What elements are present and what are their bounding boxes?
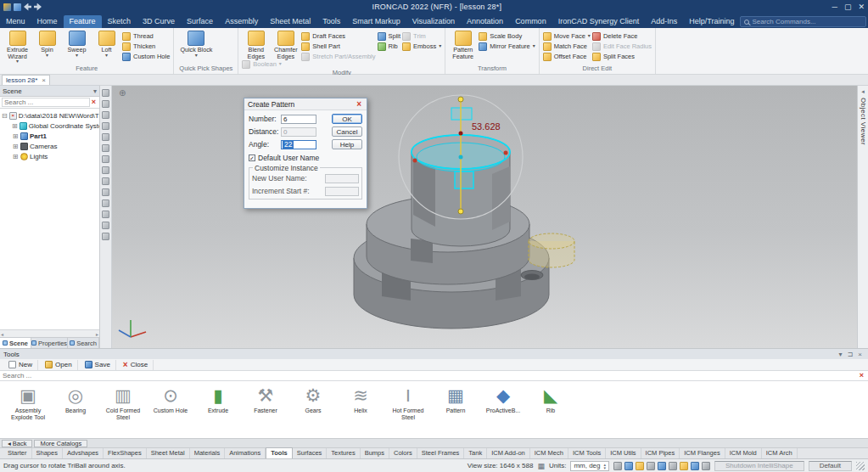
close-icon[interactable]: × [355,100,363,109]
status-icon[interactable] [624,462,633,470]
stretch-part-button[interactable]: Stretch Part/Assembly [301,52,375,61]
catalog-tab[interactable]: ICM Mech [530,448,568,458]
thread-button[interactable]: Thread [122,31,170,41]
catalog-tab[interactable]: ICM Flanges [680,448,725,458]
tree-item-cameras[interactable]: ⊞ Cameras [2,141,99,151]
catalog-item[interactable]: ◣ Rib [528,384,574,414]
catalog-tab[interactable]: Starter [3,448,32,458]
ok-button[interactable]: OK [332,114,362,124]
match-face-button[interactable]: Match Face [543,42,591,51]
expand-icon[interactable]: ⊞ [12,153,19,160]
ribbon-tab[interactable]: Assembly [219,15,264,28]
catalog-search-input[interactable] [3,372,858,379]
mirror-feature-button[interactable]: Mirror Feature ▾ [479,42,535,51]
command-search-input[interactable] [752,18,862,25]
status-icon[interactable] [613,462,622,470]
status-icon[interactable] [702,462,710,470]
tree-item-lights[interactable]: ⊞ Lights [2,151,99,161]
ribbon-tab[interactable]: Feature [64,15,102,28]
catalog-tab[interactable]: Advshapes [63,448,104,458]
ribbon-tab[interactable]: Help/Training [683,15,740,28]
status-icon[interactable] [658,462,666,470]
catalog-item[interactable]: ▦ Pattern [433,384,479,414]
scene-tree-hscrollbar[interactable]: ◂ ▸ [0,329,99,337]
expand-icon[interactable]: ⊞ [12,143,19,150]
catalog-open-button[interactable]: Open [40,360,78,370]
status-icon[interactable] [680,462,688,470]
number-input[interactable] [281,115,316,124]
increment-start-input[interactable] [325,187,359,196]
tree-item-global-coordinate-system[interactable]: ⊞ Global Coordinate System [2,121,99,131]
catalog-tab[interactable]: Tank [464,448,487,458]
redo-icon[interactable] [34,3,42,11]
chevron-down-icon[interactable]: ▾ [93,87,97,95]
quick-block-button[interactable]: Quick Block ▾ [177,29,215,65]
scale-body-button[interactable]: Scale Body [479,31,535,41]
object-viewer-strip[interactable]: ◂ Object Viewer [857,86,868,348]
more-catalogs-button[interactable]: More Catalogs [34,440,87,447]
scene-panel-tab[interactable]: Search [68,338,99,348]
clear-search-icon[interactable]: × [858,372,865,379]
viewport-tool-button[interactable] [102,155,109,163]
viewport-tool-button[interactable] [102,188,109,196]
catalog-item[interactable]: ⚙ Gears [290,384,336,414]
expand-icon[interactable]: ⊞ [12,122,18,130]
delete-face-button[interactable]: Delete Face [592,31,652,41]
viewport-tool-button[interactable] [102,166,109,174]
catalog-tab[interactable]: Materials [190,448,225,458]
close-icon[interactable]: × [855,351,865,358]
edit-face-radius-button[interactable]: Edit Face Radius [592,42,652,51]
status-icon[interactable] [669,462,677,470]
ribbon-tab[interactable]: Add-Ins [645,15,683,28]
ribbon-tab[interactable]: Surface [181,15,219,28]
catalog-item[interactable]: ▥ Cold Formed Steel [100,384,146,421]
collapse-icon[interactable]: ⊟ [2,112,8,120]
help-button[interactable]: Help [332,139,362,149]
units-dropdown[interactable]: mm, deg ▴▾ [570,461,609,471]
catalog-tab[interactable]: FlexShapes [104,448,147,458]
ribbon-tab[interactable]: Visualization [406,15,461,28]
viewport-tool-button[interactable] [102,122,109,130]
close-button[interactable]: ✕ [858,3,865,11]
catalog-tab[interactable]: ICM Tools [568,448,606,458]
expand-icon[interactable]: ⊞ [12,132,19,140]
thicken-button[interactable]: Thicken [122,42,170,51]
sweep-button[interactable]: Sweep ▾ [63,29,91,65]
ribbon-tab[interactable]: Smart Markup [346,15,406,28]
ribbon-tab[interactable]: Home [31,15,64,28]
emboss-button[interactable]: Emboss ▾ [402,42,441,51]
catalog-tab[interactable]: Surfaces [293,448,328,458]
minimize-button[interactable]: ─ [832,3,837,11]
document-tab[interactable]: lesson 28* × [2,75,50,85]
catalog-item[interactable]: ⚒ Fastener [243,384,288,414]
clear-search-icon[interactable]: × [90,98,98,106]
draft-faces-button[interactable]: Draft Faces [301,31,375,41]
viewport-tool-button[interactable] [102,211,109,218]
command-search[interactable] [740,16,866,27]
back-button[interactable]: ◂ Back [2,440,32,447]
grid-icon[interactable]: ▦ [537,462,545,470]
chamfer-edges-button[interactable]: Chamfer Edges [272,29,300,59]
catalog-tab[interactable]: Steel Frames [417,448,465,458]
catalog-item[interactable]: ◆ ProActiveB... [480,384,526,414]
resize-grip[interactable] [856,462,865,470]
dialog-titlebar[interactable]: Create Pattern × [244,98,367,110]
close-icon[interactable]: × [42,76,46,84]
scroll-right-icon[interactable]: ▸ [96,331,98,337]
rib-button[interactable]: Rib [378,42,401,51]
catalog-item[interactable]: ▮ Extrude [195,384,241,414]
scroll-left-icon[interactable]: ◂ [1,331,3,337]
catalog-tab[interactable]: Animations [225,448,266,458]
catalog-tab[interactable]: ICM Pipes [641,448,680,458]
blend-edges-button[interactable]: Blend Edges [242,29,270,59]
viewport-tool-button[interactable] [102,199,109,207]
move-face-button[interactable]: Move Face ▾ [543,31,591,41]
catalog-item[interactable]: ⊙ Custom Hole [148,384,193,414]
angle-input[interactable]: 22 [281,140,316,149]
loft-button[interactable]: Loft ▾ [92,29,120,65]
ribbon-tab[interactable]: Sketch [102,15,137,28]
catalog-new-button[interactable]: New [3,360,38,370]
viewport-tool-button[interactable] [102,89,109,97]
catalog-tab[interactable]: ICM Utils [606,448,641,458]
offset-face-button[interactable]: Offset Face [543,52,591,61]
